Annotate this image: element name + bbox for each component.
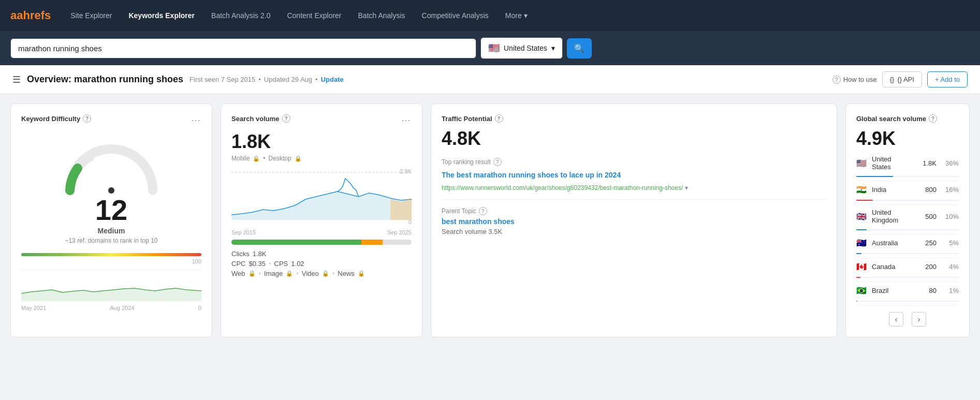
page-meta: First seen 7 Sep 2015 • Updated 29 Aug •… xyxy=(189,76,344,83)
question-circle-icon: ? xyxy=(832,76,841,84)
api-button[interactable]: {} {} API xyxy=(882,71,922,87)
nav-site-explorer[interactable]: Site Explorer xyxy=(63,7,119,24)
country-row[interactable]: 🇨🇦Canada2004% xyxy=(856,258,959,282)
search-input-wrap xyxy=(10,38,476,58)
gsv-help-icon[interactable]: ? xyxy=(929,114,937,123)
country-bar-wrap-4 xyxy=(856,277,959,278)
country-flag-5: 🇧🇷 xyxy=(856,286,868,295)
kd-scale: 100 xyxy=(21,253,201,264)
country-row[interactable]: 🇬🇧United Kingdom50010% xyxy=(856,205,959,234)
top-ranking-help[interactable]: ? xyxy=(493,158,502,166)
card-title-kd: Keyword Difficulty ? xyxy=(21,114,91,123)
country-vol-0: 1.8K xyxy=(916,159,937,167)
how-to-use-button[interactable]: ? How to use xyxy=(832,76,877,84)
video-lock: 🔒 xyxy=(322,270,329,277)
clicks-bar-wrap xyxy=(231,240,412,245)
kd-menu-dots[interactable]: ⋯ xyxy=(191,114,201,126)
sv-menu-dots[interactable]: ⋯ xyxy=(401,114,412,126)
kd-help-icon[interactable]: ? xyxy=(83,114,91,123)
country-flag: 🇺🇸 xyxy=(488,42,500,54)
country-flag-2: 🇬🇧 xyxy=(856,212,868,221)
country-bar-fill-5 xyxy=(856,301,857,302)
prev-page-button[interactable]: ‹ xyxy=(889,312,903,327)
search-input[interactable] xyxy=(10,38,476,58)
next-page-button[interactable]: › xyxy=(912,312,926,327)
kd-scale-bar xyxy=(21,253,201,256)
country-vol-3: 250 xyxy=(916,239,937,247)
parent-topic-value[interactable]: best marathon shoes xyxy=(442,217,826,226)
kd-scale-labels: 100 xyxy=(21,258,201,264)
country-bar-fill-1 xyxy=(856,200,873,201)
ranking-title-link[interactable]: The best marathon running shoes to lace … xyxy=(442,170,826,181)
country-flag-4: 🇨🇦 xyxy=(856,262,868,272)
country-bar-wrap-3 xyxy=(856,253,959,254)
country-row[interactable]: 🇮🇳India80016% xyxy=(856,181,959,205)
chart-axis-labels: Sep 2015 Sep 2025 xyxy=(231,229,412,235)
tp-help-icon[interactable]: ? xyxy=(495,114,503,123)
divider xyxy=(442,199,826,200)
nav-keywords-explorer[interactable]: Keywords Explorer xyxy=(121,7,202,24)
keyword-difficulty-card: Keyword Difficulty ? ⋯ 12 Medium ~13 ref… xyxy=(10,103,212,337)
api-icon: {} xyxy=(890,76,895,83)
updated: Updated 29 Aug xyxy=(264,76,312,83)
country-row[interactable]: 🇦🇺Australia2505% xyxy=(856,234,959,258)
nav-batch-analysis-2[interactable]: Batch Analysis 2.0 xyxy=(204,7,277,24)
clicks-bar-orange xyxy=(361,240,383,245)
mobile-lock-icon: 🔒 xyxy=(253,155,260,162)
country-selector[interactable]: 🇺🇸 United States ▾ xyxy=(480,37,563,59)
country-vol-5: 80 xyxy=(916,287,937,294)
card-header-sv: Search volume ? ⋯ xyxy=(231,114,412,126)
gsv-value: 4.9K xyxy=(856,128,959,150)
country-row[interactable]: 🇧🇷Brazil801% xyxy=(856,282,959,306)
country-pct-3: 5% xyxy=(941,239,959,247)
clicks-bar-green xyxy=(231,240,361,245)
search-bar: 🇺🇸 United States ▾ 🔍 xyxy=(0,31,980,65)
search-button[interactable]: 🔍 xyxy=(567,38,592,58)
card-title-sv: Search volume ? xyxy=(231,114,290,123)
parent-topic-help[interactable]: ? xyxy=(479,207,487,215)
sv-help-icon[interactable]: ? xyxy=(282,114,290,123)
nav-competitive-analysis[interactable]: Competitive Analysis xyxy=(415,7,496,24)
image-lock: 🔒 xyxy=(286,270,293,277)
url-chevron-icon[interactable]: ▾ xyxy=(685,184,688,191)
logo: aahrefs xyxy=(10,9,51,22)
first-seen: First seen 7 Sep 2015 xyxy=(189,76,255,83)
chevron-down-icon: ▾ xyxy=(551,44,555,52)
nav-batch-analysis[interactable]: Batch Analysis xyxy=(351,7,413,24)
sv-device-labels: Mobile 🔒 • Desktop 🔒 xyxy=(231,155,412,162)
separator-dot: • xyxy=(258,76,261,83)
country-list: 🇺🇸United States1.8K36%🇮🇳India80016%🇬🇧Uni… xyxy=(856,152,959,306)
chart-zero-label: 0 xyxy=(408,219,412,225)
sparkline-wrap: May 2021 Aug 2024 0 xyxy=(21,270,201,311)
tp-value: 4.8K xyxy=(442,128,826,150)
nav-content-explorer[interactable]: Content Explorer xyxy=(280,7,348,24)
kd-label: Medium xyxy=(98,227,125,235)
news-lock: 🔒 xyxy=(358,270,365,277)
menu-icon[interactable]: ☰ xyxy=(12,74,21,85)
country-bar-wrap-2 xyxy=(856,229,959,230)
clicks-bar xyxy=(231,240,412,245)
clicks-stat: Clicks 1.8K xyxy=(231,250,412,258)
update-link[interactable]: Update xyxy=(321,76,344,83)
svg-marker-1 xyxy=(21,288,201,301)
search-icon: 🔍 xyxy=(574,44,584,53)
country-pct-1: 16% xyxy=(941,186,959,194)
country-flag-3: 🇦🇺 xyxy=(856,238,868,248)
page-title: Overview: marathon running shoes xyxy=(27,74,183,85)
country-flag-1: 🇮🇳 xyxy=(856,185,868,195)
country-row[interactable]: 🇺🇸United States1.8K36% xyxy=(856,152,959,181)
country-bar-fill-2 xyxy=(856,229,867,230)
page-actions: ? How to use {} {} API + Add to xyxy=(832,71,968,87)
ranking-url[interactable]: https://www.runnersworld.com/uk/gear/sho… xyxy=(442,184,826,192)
gauge-chart xyxy=(60,136,163,198)
add-to-button[interactable]: + Add to xyxy=(927,71,968,87)
traffic-potential-card: Traffic Potential ? 4.8K Top ranking res… xyxy=(431,103,837,337)
nav-more[interactable]: More ▾ xyxy=(498,7,535,24)
web-lock: 🔒 xyxy=(248,270,256,277)
gauge-wrap: 12 Medium ~13 ref. domains to rank in to… xyxy=(21,131,201,247)
parent-topic-sv: Search volume 3.5K xyxy=(442,228,826,235)
country-bar-wrap-5 xyxy=(856,301,959,302)
desktop-lock-icon: 🔒 xyxy=(295,155,302,162)
card-title-tp: Traffic Potential ? xyxy=(442,114,503,123)
country-name-5: Brazil xyxy=(872,287,912,294)
